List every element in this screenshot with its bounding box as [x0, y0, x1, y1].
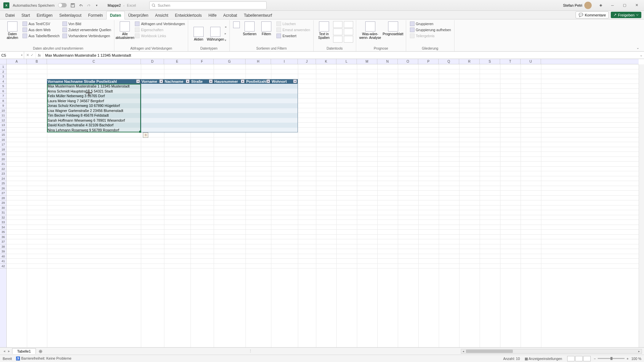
- filter-icon[interactable]: ▾: [186, 79, 190, 83]
- row-header[interactable]: 42: [0, 264, 6, 269]
- tab-ansicht[interactable]: Ansicht: [152, 11, 171, 19]
- filter-icon[interactable]: ▾: [159, 79, 163, 83]
- table-cell[interactable]: [246, 99, 271, 104]
- table-cell[interactable]: [164, 123, 191, 128]
- table-cell[interactable]: [271, 94, 298, 99]
- table-cell[interactable]: [214, 123, 246, 128]
- cancel-icon[interactable]: ✕: [26, 53, 29, 57]
- table-cell[interactable]: [141, 128, 164, 133]
- table-cell[interactable]: [214, 118, 246, 123]
- table-cell[interactable]: [214, 103, 246, 108]
- row-header[interactable]: 13: [0, 123, 6, 128]
- table-header[interactable]: Hausnummer▾: [214, 79, 246, 84]
- display-settings[interactable]: ▦ Anzeigeeinstellungen: [525, 357, 562, 361]
- row-header[interactable]: 3: [0, 74, 6, 79]
- ribbon-item[interactable]: Vorhandene Verbindungen: [61, 33, 112, 39]
- sheet-next-button[interactable]: ▸: [8, 349, 10, 353]
- filter-icon[interactable]: ▾: [267, 79, 270, 83]
- table-cell[interactable]: Nina Lehmann Rosenweg 9 56789 Rosendorf: [47, 128, 141, 133]
- autosave-toggle[interactable]: [58, 3, 67, 7]
- row-header[interactable]: 36: [0, 235, 6, 240]
- ribbon-item[interactable]: Gruppierung aufheben: [409, 27, 452, 33]
- sheet-prev-button[interactable]: ◂: [3, 349, 5, 353]
- comments-button[interactable]: 💬 Kommentare: [576, 11, 609, 18]
- sort-az-button[interactable]: [232, 21, 241, 29]
- column-headers[interactable]: ABCDEFGHIJKLMNOPQRSTU: [7, 59, 639, 64]
- row-header[interactable]: 21: [0, 162, 6, 167]
- row-header[interactable]: 7: [0, 94, 6, 99]
- row-header[interactable]: 33: [0, 220, 6, 225]
- row-header[interactable]: 38: [0, 244, 6, 249]
- table-cell[interactable]: [164, 99, 191, 104]
- view-pagebreak-button[interactable]: [583, 356, 591, 361]
- table-cell[interactable]: David Koch Bachstraße 4 32109 Bachdorf: [47, 123, 141, 128]
- ribbon-item[interactable]: Gruppieren: [409, 21, 452, 27]
- row-header[interactable]: 12: [0, 118, 6, 123]
- table-cell[interactable]: [214, 94, 246, 99]
- row-header[interactable]: 6: [0, 89, 6, 94]
- table-cell[interactable]: [271, 113, 298, 118]
- smart-tag-icon[interactable]: ⎘: [143, 132, 148, 138]
- tab-tabellenentwurf[interactable]: Tabellenentwurf: [240, 11, 275, 19]
- ribbon-item[interactable]: Abfragen und Verbindungen: [134, 21, 186, 27]
- row-header[interactable]: 26: [0, 186, 6, 191]
- table-cell[interactable]: Felix Müller Nebenweg 3 98765 Dorf: [47, 94, 141, 99]
- redo-icon[interactable]: [85, 2, 93, 9]
- table-cell[interactable]: [271, 103, 298, 108]
- col-header-L[interactable]: L: [336, 59, 357, 64]
- table-cell[interactable]: [214, 89, 246, 94]
- minimize-button[interactable]: ─: [606, 1, 619, 10]
- row-header[interactable]: 40: [0, 254, 6, 259]
- table-cell[interactable]: [271, 118, 298, 123]
- table-cell[interactable]: [246, 94, 271, 99]
- accessibility-status[interactable]: ♿ Barrierefreiheit: Keine Probleme: [16, 356, 71, 361]
- spreadsheet-grid[interactable]: ABCDEFGHIJKLMNOPQRSTU 123456789101112131…: [0, 59, 644, 347]
- table-cell[interactable]: [191, 108, 214, 113]
- ribbon-item[interactable]: Aus dem Web: [21, 27, 61, 33]
- flash-fill-button[interactable]: [333, 21, 342, 28]
- row-header[interactable]: 5: [0, 84, 6, 89]
- row-header[interactable]: 20: [0, 157, 6, 162]
- table-cell[interactable]: [191, 103, 214, 108]
- table-cell[interactable]: [191, 94, 214, 99]
- table-cell[interactable]: Lisa Wagner Gartenstraße 2 23456 Blumens…: [47, 108, 141, 113]
- row-header[interactable]: 25: [0, 181, 6, 186]
- table-cell[interactable]: [141, 123, 164, 128]
- sheet-tab[interactable]: Tabelle1: [12, 348, 36, 354]
- qat-dropdown[interactable]: ▾: [93, 2, 101, 9]
- table-cell[interactable]: [164, 128, 191, 133]
- tab-acrobat[interactable]: Acrobat: [220, 11, 240, 19]
- user-account[interactable]: Stefan Petri: [563, 2, 592, 9]
- filter-button[interactable]: Filtern: [258, 21, 275, 36]
- table-cell[interactable]: [164, 84, 191, 89]
- row-header[interactable]: 2: [0, 69, 6, 74]
- expand-formula-bar[interactable]: ⌄: [638, 52, 644, 59]
- col-header-D[interactable]: D: [141, 59, 164, 64]
- row-header[interactable]: 11: [0, 113, 6, 118]
- table-cell[interactable]: [246, 118, 271, 123]
- table-cell[interactable]: [191, 84, 214, 89]
- row-header[interactable]: 17: [0, 142, 6, 147]
- table-cell[interactable]: [246, 113, 271, 118]
- ribbon-item[interactable]: Aus Text/CSV: [21, 21, 61, 27]
- col-header-S[interactable]: S: [480, 59, 500, 64]
- datatype-button[interactable]: Aktien: [190, 26, 207, 41]
- view-normal-button[interactable]: [567, 356, 575, 361]
- table-cell[interactable]: [214, 108, 246, 113]
- ribbon-item[interactable]: Aus Tabelle/Bereich: [21, 33, 61, 39]
- table-cell[interactable]: [271, 128, 298, 133]
- col-header-Q[interactable]: Q: [439, 59, 459, 64]
- table-header[interactable]: Wohnort▾: [271, 79, 298, 84]
- table-cell[interactable]: [214, 84, 246, 89]
- sort-button[interactable]: Sortieren: [241, 21, 258, 36]
- confirm-icon[interactable]: ✓: [31, 53, 34, 57]
- row-header[interactable]: 41: [0, 259, 6, 264]
- close-button[interactable]: ✕: [631, 1, 643, 10]
- ribbon-item[interactable]: Erweitert: [275, 33, 311, 39]
- ribbon-item[interactable]: Zuletzt verwendete Quellen: [61, 27, 112, 33]
- col-header-E[interactable]: E: [164, 59, 191, 64]
- col-header-R[interactable]: R: [459, 59, 480, 64]
- col-header-A[interactable]: A: [7, 59, 27, 64]
- tab-formeln[interactable]: Formeln: [85, 11, 106, 19]
- save-icon[interactable]: [69, 2, 76, 9]
